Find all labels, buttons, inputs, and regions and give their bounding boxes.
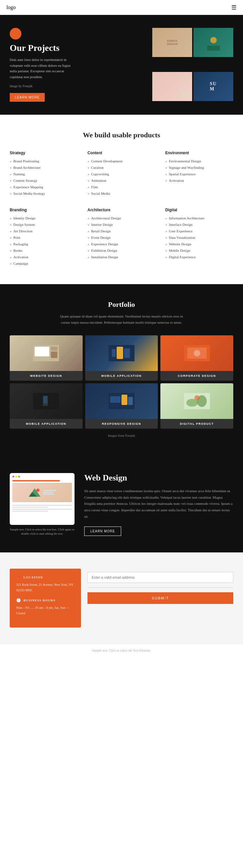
- service-item: +Architectural Design: [88, 216, 155, 220]
- svg-point-23: [194, 395, 200, 400]
- hero-image-4: SUM: [193, 72, 233, 101]
- services-section: We build usable products Strategy+Brand …: [0, 115, 243, 284]
- portfolio-item[interactable]: RESPONSIVE DESIGN: [85, 383, 158, 429]
- footer: Sample text. Click to select the Text El…: [0, 644, 243, 657]
- service-plus-icon: +: [10, 255, 12, 259]
- portfolio-item[interactable]: CORPORATE DESIGN: [160, 335, 233, 381]
- portfolio-thumbnail: [10, 335, 83, 371]
- service-item: +Exhibition Design: [88, 249, 155, 253]
- svg-rect-17: [110, 396, 121, 403]
- footer-text: Sample text. Click to select the Text El…: [92, 649, 151, 652]
- service-label: User Experience: [169, 229, 192, 233]
- service-item: +Content Development: [88, 159, 155, 163]
- hamburger-icon[interactable]: ☰: [231, 4, 237, 11]
- portfolio-label: MOBILE APPLICATION: [10, 419, 83, 429]
- hero-image-3: [152, 72, 192, 101]
- submit-button[interactable]: SUBMIT: [88, 592, 233, 604]
- service-label: Environmental Design: [169, 159, 201, 163]
- service-column: Strategy+Brand Positioning+Brand Archite…: [10, 151, 78, 198]
- contact-hours: 🕐 BUSINESS HOURS Mon – Fri …. 10 am – 8 …: [16, 598, 74, 616]
- service-heading: Strategy: [10, 151, 78, 155]
- service-label: Social Media: [91, 191, 110, 195]
- service-item: +Brand Architecture: [10, 165, 78, 170]
- svg-point-0: [210, 37, 217, 43]
- email-input[interactable]: [88, 572, 233, 583]
- webdesign-text: Sit amet massa vitae tortor condimentum …: [84, 488, 233, 520]
- portfolio-thumbnail: [85, 335, 158, 371]
- service-heading: Digital: [165, 208, 233, 212]
- services-title: We build usable products: [10, 131, 233, 139]
- contact-left: 📍 LOCATION 321 Rock Street, 21 Avenue, N…: [10, 569, 81, 628]
- webdesign-learn-more-button[interactable]: LEARN MORE: [84, 527, 121, 536]
- service-plus-icon: +: [165, 166, 167, 170]
- portfolio-item[interactable]: DIGITAL PRODUCT: [160, 383, 233, 429]
- hero-learn-more-button[interactable]: LEARN MORE: [10, 93, 45, 102]
- portfolio-thumbnail: [85, 383, 158, 419]
- service-label: Content Development: [91, 159, 122, 163]
- svg-point-26: [36, 489, 39, 492]
- service-item: +Campaign: [10, 261, 78, 266]
- service-label: Brand Architecture: [13, 165, 40, 169]
- service-plus-icon: +: [165, 229, 167, 233]
- service-item: +Film: [88, 185, 155, 189]
- portfolio-grid: WEBSITE DESIGNMOBILE APPLICATIONCORPORAT…: [10, 335, 233, 429]
- service-plus-icon: +: [165, 255, 167, 259]
- contact-right: SUBMIT: [88, 569, 233, 628]
- service-plus-icon: +: [165, 216, 167, 220]
- portfolio-item[interactable]: MOBILE APPLICATION: [85, 335, 158, 381]
- hero-image-2: [193, 28, 233, 57]
- service-item: +Activation: [10, 255, 78, 259]
- service-plus-icon: +: [10, 242, 12, 246]
- hero-images: KARINADIWSON SUM: [152, 28, 233, 115]
- service-plus-icon: +: [10, 236, 12, 240]
- portfolio-label: DIGITAL PRODUCT: [160, 419, 233, 429]
- hero-image-credit: Image by Freepik: [10, 84, 146, 88]
- portfolio-item[interactable]: MOBILE APPLICATION: [10, 383, 83, 429]
- service-label: Identity Design: [13, 216, 35, 220]
- service-label: Event Design: [91, 236, 111, 240]
- service-plus-icon: +: [88, 192, 89, 196]
- hero-title: Our Projects: [10, 43, 146, 53]
- hours-info: Mon – Fri …. 10 am – 8 pm, Sat, Sun — Cl…: [16, 605, 74, 616]
- portfolio-item[interactable]: WEBSITE DESIGN: [10, 335, 83, 381]
- svg-rect-19: [128, 397, 133, 405]
- service-column: Architecture+Architectural Design+Interi…: [88, 208, 155, 268]
- service-label: Naming: [13, 172, 25, 176]
- service-item: +Website Design: [165, 242, 233, 246]
- contact-section: 📍 LOCATION 321 Rock Street, 21 Avenue, N…: [0, 552, 243, 644]
- service-label: Information Architecture: [169, 216, 205, 220]
- service-label: Activation: [13, 255, 28, 259]
- portfolio-label: CORPORATE DESIGN: [160, 371, 233, 381]
- service-label: Copywriting: [91, 172, 109, 176]
- service-item: +Interface Design: [165, 223, 233, 227]
- location-info: 321 Rock Street, 21 Avenue, New York, NY…: [16, 582, 74, 593]
- logo: logo: [6, 4, 16, 10]
- service-plus-icon: +: [10, 185, 12, 189]
- portfolio-title: Portfolio: [10, 300, 233, 309]
- service-label: Content Strategy: [13, 179, 37, 182]
- svg-rect-3: [35, 347, 49, 356]
- webdesign-section: Sample text. Click to select the text bo…: [0, 454, 243, 552]
- service-label: Interior Design: [91, 223, 113, 226]
- service-item: +Mobile Design: [165, 249, 233, 253]
- portfolio-label: WEBSITE DESIGN: [10, 371, 83, 381]
- service-item: +Copywriting: [88, 172, 155, 176]
- service-item: +Social Media Strategy: [10, 191, 78, 196]
- service-column: Digital+Information Architecture+Interfa…: [165, 208, 233, 268]
- service-label: Experience Design: [91, 242, 118, 246]
- service-item: +Packaging: [10, 242, 78, 246]
- svg-point-12: [194, 350, 200, 356]
- service-label: Signage and Wayfinding: [169, 165, 204, 169]
- service-plus-icon: +: [10, 166, 12, 170]
- location-icon: 📍: [16, 575, 22, 580]
- service-plus-icon: +: [165, 173, 167, 176]
- svg-rect-1: [207, 46, 220, 51]
- service-plus-icon: +: [88, 185, 89, 189]
- service-plus-icon: +: [88, 159, 89, 163]
- portfolio-label: MOBILE APPLICATION: [85, 371, 158, 381]
- contact-card: 📍 LOCATION 321 Rock Street, 21 Avenue, N…: [10, 569, 81, 628]
- services-grid: Strategy+Brand Positioning+Brand Archite…: [10, 151, 233, 268]
- contact-location: 📍 LOCATION 321 Rock Street, 21 Avenue, N…: [16, 575, 74, 593]
- hero-circle-decoration: [10, 28, 21, 39]
- service-item: +Design System: [10, 223, 78, 227]
